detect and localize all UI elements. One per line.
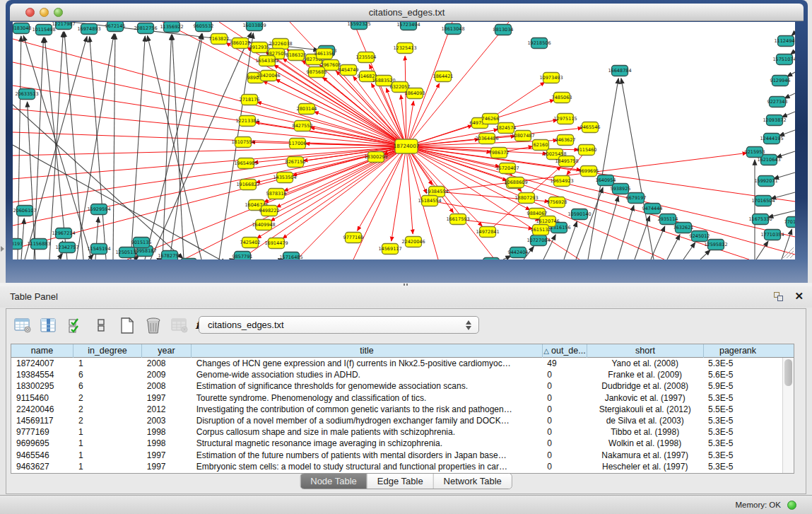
table-cell[interactable]: 9465546	[11, 450, 73, 461]
graph-node[interactable]: 11124940	[774, 36, 795, 47]
graph-node[interactable]: 22420046	[401, 237, 425, 247]
table-row[interactable]: 911546021997Tourette syndrome. Phenomeno…	[11, 392, 782, 404]
graph-node[interactable]: 17016504	[751, 196, 775, 206]
graph-node[interactable]: 5878314	[266, 189, 287, 199]
graph-node[interactable]: 933193	[13, 239, 23, 250]
graph-edge[interactable]	[651, 226, 665, 259]
graph-node[interactable]: 7632621	[673, 223, 694, 233]
table-cell[interactable]: 5.3E-5	[703, 438, 782, 449]
graph-node[interactable]: 7701534	[784, 217, 795, 228]
column-header-name[interactable]: name	[11, 344, 73, 358]
table-cell[interactable]: 9777169	[11, 426, 73, 438]
graph-node[interactable]: 16461045	[479, 258, 502, 260]
table-row[interactable]: 946554611997Estimation of the future num…	[11, 450, 782, 461]
graph-node[interactable]: 10590140	[567, 209, 591, 220]
graph-node[interactable]: 19654985	[234, 158, 257, 169]
graph-node[interactable]: 15592325	[347, 22, 370, 30]
table-cell[interactable]: 14569117	[11, 415, 73, 426]
table-cell[interactable]: 2008	[142, 358, 192, 369]
table-cell[interactable]: 2	[73, 392, 142, 404]
table-row[interactable]: 946362711997Embryonic stem cells: a mode…	[11, 461, 782, 472]
graph-edge[interactable]	[13, 132, 406, 146]
tab-network-table[interactable]: Network Table	[434, 474, 512, 489]
table-cell[interactable]: 1997	[142, 450, 192, 461]
table-cell[interactable]: 9699695	[11, 438, 73, 449]
table-cell[interactable]: 2012	[142, 404, 192, 415]
tab-edge-table[interactable]: Edge Table	[367, 474, 434, 489]
graph-edge[interactable]	[131, 36, 145, 259]
graph-node[interactable]: 7163822	[209, 34, 230, 45]
table-row[interactable]: 2242004622012Investigating the contribut…	[11, 404, 782, 415]
table-cell[interactable]: 1997	[142, 392, 192, 404]
network-view-window[interactable]: citations_edges.txt 18724007818304810115…	[6, 0, 808, 283]
graph-node[interactable]: 12093872	[763, 115, 786, 126]
graph-node[interactable]: 8267150	[286, 157, 306, 168]
graph-edge[interactable]	[64, 32, 83, 259]
table-cell[interactable]: 1	[73, 450, 142, 461]
new-column-button[interactable]	[118, 316, 136, 334]
graph-node[interactable]: 16782759	[158, 251, 181, 260]
graph-node[interactable]: 1864093	[405, 88, 425, 99]
graph-node[interactable]: 2803144	[297, 104, 317, 115]
table-cell[interactable]: Nakamura et al. (1997)	[587, 450, 703, 461]
graph-node[interactable]: 14569117	[378, 244, 401, 255]
graph-node[interactable]: 2935114	[658, 214, 678, 225]
graph-edge[interactable]	[782, 112, 795, 117]
table-cell[interactable]: 9463627	[11, 461, 73, 472]
graph-edge[interactable]	[601, 197, 618, 259]
graph-node[interactable]: 14972841	[476, 227, 499, 238]
table-scrollbar[interactable]	[782, 358, 794, 473]
graph-node[interactable]: 9227343	[767, 97, 788, 107]
table-cell[interactable]: 0	[542, 461, 587, 472]
graph-node[interactable]: 16033809	[242, 22, 266, 31]
graph-edge[interactable]	[353, 146, 406, 259]
table-cell[interactable]: 49	[542, 358, 587, 369]
graph-node[interactable]: 18300295	[364, 152, 387, 163]
graph-node[interactable]: 15929594	[87, 204, 110, 215]
graph-node[interactable]: 19218506	[527, 38, 551, 49]
table-cell[interactable]: Estimation of the future numbers of pati…	[192, 450, 543, 461]
graph-node[interactable]: 16974893	[77, 24, 100, 35]
canvas-resize-grip[interactable]	[783, 247, 794, 258]
graph-node[interactable]: 9015135	[131, 238, 152, 248]
graph-edge[interactable]	[700, 250, 710, 259]
graph-node[interactable]: 15716485	[279, 252, 302, 260]
graph-node[interactable]: 9245012	[690, 231, 710, 242]
table-cell[interactable]: 1	[73, 461, 142, 472]
table-row[interactable]: 969969511998Structural magnetic resonanc…	[11, 438, 782, 449]
graph-node[interactable]: 23420046	[257, 71, 280, 81]
table-cell[interactable]: 5.3E-5	[703, 392, 782, 404]
splitter-handle[interactable]	[404, 284, 409, 286]
table-cell[interactable]: Investigating the contribution of common…	[192, 404, 543, 415]
graph-node[interactable]: 11156883	[27, 239, 50, 250]
table-cell[interactable]: 2009	[142, 369, 192, 380]
table-cell[interactable]: 19384554	[11, 369, 73, 380]
graph-node[interactable]: 19654923	[550, 176, 573, 187]
table-cell[interactable]: 0	[542, 438, 587, 449]
table-cell[interactable]: 5.3E-5	[703, 358, 782, 369]
table-cell[interactable]: Dudbridge et al. (2008)	[587, 380, 703, 392]
import-table-button[interactable]	[170, 316, 189, 334]
table-cell[interactable]: 5.6E-5	[703, 369, 782, 380]
graph-edge[interactable]	[683, 243, 695, 259]
graph-node[interactable]: 20633513	[15, 89, 38, 100]
graph-node[interactable]: 7485063	[552, 93, 572, 103]
graph-node[interactable]: 18724007	[394, 139, 420, 153]
table-cell[interactable]: Tibbo et al. (1998)	[587, 426, 703, 438]
graph-node[interactable]: 7986372	[489, 148, 510, 158]
graph-edge[interactable]	[792, 33, 795, 36]
graph-node[interactable]: 9442404	[508, 247, 529, 258]
table-cell[interactable]: 5.3E-5	[703, 426, 782, 438]
table-cell[interactable]: Genome-wide association studies in ADHD.	[192, 369, 543, 380]
graph-edge[interactable]	[34, 37, 44, 259]
table-cell[interactable]: 0	[542, 415, 587, 426]
graph-node[interactable]: 15751074	[772, 54, 795, 65]
graph-node[interactable]: 18807293	[514, 193, 538, 204]
column-header-title[interactable]: title	[192, 344, 543, 358]
table-cell[interactable]: 1	[73, 426, 142, 438]
graph-node[interactable]: 8860128	[230, 38, 251, 49]
network-view[interactable]: 1872400781830481011549812217987169748939…	[13, 22, 795, 259]
graph-node[interactable]: 11675330	[748, 214, 772, 225]
graph-node[interactable]: 16648784	[608, 66, 631, 76]
graph-node[interactable]: 19166827	[236, 180, 259, 190]
